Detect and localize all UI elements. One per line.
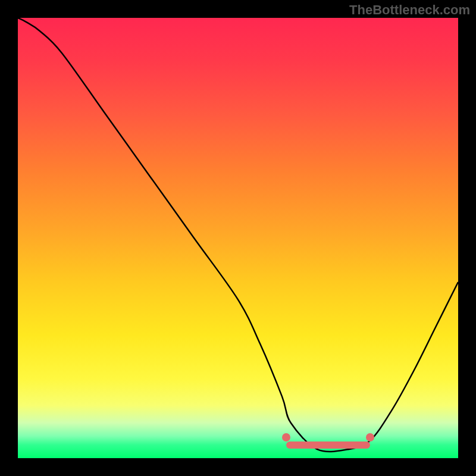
watermark-text: TheBottleneck.com xyxy=(349,2,470,18)
optimal-range-end-dot xyxy=(366,433,374,441)
optimal-range-band xyxy=(286,441,370,449)
bottleneck-curve xyxy=(18,18,458,458)
chart-plot-area xyxy=(18,18,458,458)
